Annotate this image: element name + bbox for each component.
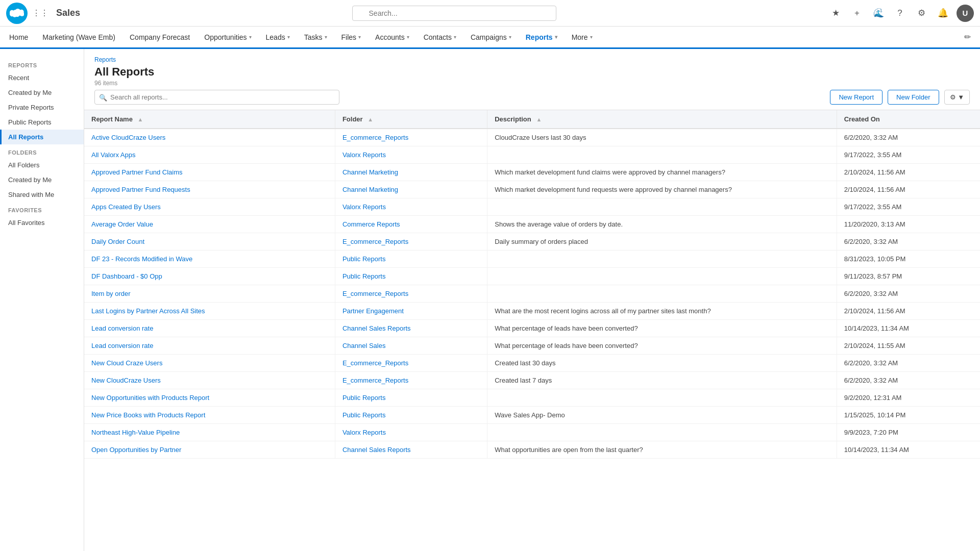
report-name-cell[interactable]: New Price Books with Products Report [84,407,335,424]
table-row: Lead conversion rate Channel Sales Repor… [84,320,980,337]
report-name-cell[interactable]: Approved Partner Fund Claims [84,164,335,181]
report-name-cell[interactable]: DF 23 - Records Modified in Wave [84,251,335,268]
notifications-button[interactable]: 🔔 [935,6,950,21]
created-on-cell: 6/2/2020, 3:32 AM [837,285,980,303]
created-on-cell: 11/20/2020, 3:13 AM [837,216,980,233]
col-header-description[interactable]: Description ▲ [487,110,837,129]
report-name-cell[interactable]: Northeast High-Value Pipeline [84,424,335,441]
report-name-cell[interactable]: Active CloudCraze Users [84,129,335,146]
favorites-section-label: FAVORITES [0,202,84,215]
table-row: New Price Books with Products Report Pub… [84,407,980,424]
sidebar-item-all-favorites[interactable]: All Favorites [0,215,84,230]
report-name-cell[interactable]: Approved Partner Fund Requests [84,181,335,198]
report-name-cell[interactable]: DF Dashboard - $0 Opp [84,268,335,285]
description-cell [487,146,837,164]
new-folder-button[interactable]: New Folder [888,90,939,105]
nav-item-tasks[interactable]: Tasks▾ [297,27,334,49]
description-cell: Wave Sales App- Demo [487,407,837,424]
created-on-cell: 2/10/2024, 11:56 AM [837,164,980,181]
description-cell: What percentage of leads have been conve… [487,337,837,355]
description-cell [487,198,837,216]
table-row: Daily Order Count E_commerce_Reports Dai… [84,233,980,251]
report-name-cell[interactable]: Open Opportunities by Partner [84,441,335,459]
created-on-cell: 2/10/2024, 11:55 AM [837,337,980,355]
table-row: Lead conversion rate Channel Sales What … [84,337,980,355]
settings-button[interactable]: ⚙ ▼ [944,90,970,105]
created-on-cell: 10/14/2023, 11:34 AM [837,320,980,337]
table-row: New CloudCraze Users E_commerce_Reports … [84,372,980,389]
page-content: Reports All Reports 96 items 🔍 New Repor… [84,49,980,551]
sidebar-item-all-folders[interactable]: All Folders [0,158,84,172]
report-name-cell[interactable]: All Valorx Apps [84,146,335,164]
edit-nav-button[interactable]: ✏ [957,27,978,47]
created-on-cell: 6/2/2020, 3:32 AM [837,233,980,251]
folder-cell: E_commerce_Reports [335,355,487,372]
nav-item-more[interactable]: More▾ [565,27,600,49]
nav-item-leads[interactable]: Leads▾ [259,27,297,49]
report-name-cell[interactable]: Lead conversion rate [84,337,335,355]
sort-icon-desc: ▲ [536,116,542,122]
folder-cell: Channel Marketing [335,164,487,181]
nav-item-contacts[interactable]: Contacts▾ [416,27,463,49]
folder-cell: Channel Sales Reports [335,441,487,459]
report-name-cell[interactable]: Lead conversion rate [84,320,335,337]
report-name-cell[interactable]: Average Order Value [84,216,335,233]
sidebar-item-recent[interactable]: Recent [0,70,84,85]
nav-item-reports[interactable]: Reports▾ [519,27,565,49]
table-row: DF 23 - Records Modified in Wave Public … [84,251,980,268]
description-cell: Daily summary of orders placed [487,233,837,251]
settings-button[interactable]: ⚙ [914,6,929,21]
app-grid-button[interactable]: ⋮⋮ [33,6,48,21]
folder-cell: Channel Sales [335,337,487,355]
breadcrumb[interactable]: Reports [94,56,970,63]
report-name-cell[interactable]: Apps Created By Users [84,198,335,216]
created-on-cell: 9/9/2023, 7:20 PM [837,424,980,441]
global-search-input[interactable] [352,6,556,21]
description-cell: Which market development fund requests w… [487,181,837,198]
sidebar-item-private-reports[interactable]: Private Reports [0,100,84,115]
report-name-cell[interactable]: New Cloud Craze Users [84,355,335,372]
add-button[interactable]: + [849,6,865,21]
col-header-folder[interactable]: Folder ▲ [335,110,487,129]
folders-section-label: FOLDERS [0,144,84,158]
salesforce-logo[interactable] [6,3,28,24]
page-header: Reports All Reports 96 items 🔍 New Repor… [84,49,980,110]
app-name: Sales [56,8,80,18]
description-cell: Which market development fund claims wer… [487,164,837,181]
nav-item-accounts[interactable]: Accounts▾ [368,27,416,49]
wave-icon[interactable]: 🌊 [871,6,886,21]
sidebar-item-created-by-me[interactable]: Created by Me [0,172,84,187]
sidebar-item-all-reports[interactable]: All Reports [0,130,84,144]
nav-item-opportunities[interactable]: Opportunities▾ [197,27,258,49]
folder-cell: E_commerce_Reports [335,233,487,251]
search-reports-input[interactable] [94,90,339,105]
nav-item-campaigns[interactable]: Campaigns▾ [463,27,519,49]
description-cell [487,251,837,268]
report-name-cell[interactable]: Item by order [84,285,335,303]
description-cell [487,285,837,303]
sidebar-item-shared-with-me[interactable]: Shared with Me [0,187,84,202]
sidebar-item-created-by-me[interactable]: Created by Me [0,85,84,100]
sidebar-item-public-reports[interactable]: Public Reports [0,115,84,130]
report-name-cell[interactable]: New CloudCraze Users [84,372,335,389]
created-on-cell: 8/31/2023, 10:05 PM [837,251,980,268]
starred-items-button[interactable]: ★ [828,6,843,21]
description-cell: What percentage of leads have been conve… [487,320,837,337]
nav-item-marketing--wave-emb-[interactable]: Marketing (Wave Emb) [35,27,122,49]
folder-cell: Channel Marketing [335,181,487,198]
sort-icon-name: ▲ [138,116,143,122]
description-cell [487,389,837,407]
nav-item-home[interactable]: Home [2,27,35,49]
table-row: Item by order E_commerce_Reports 6/2/202… [84,285,980,303]
nav-item-files[interactable]: Files▾ [334,27,369,49]
report-name-cell[interactable]: Daily Order Count [84,233,335,251]
new-report-button[interactable]: New Report [830,90,883,105]
folder-cell: E_commerce_Reports [335,129,487,146]
report-name-cell[interactable]: Last Logins by Partner Across All Sites [84,303,335,320]
help-button[interactable]: ? [892,6,908,21]
nav-item-company-forecast[interactable]: Company Forecast [122,27,197,49]
report-name-cell[interactable]: New Opportunities with Products Report [84,389,335,407]
created-on-cell: 9/17/2022, 3:55 AM [837,146,980,164]
col-header-report-name[interactable]: Report Name ▲ [84,110,335,129]
avatar[interactable]: U [957,5,974,22]
